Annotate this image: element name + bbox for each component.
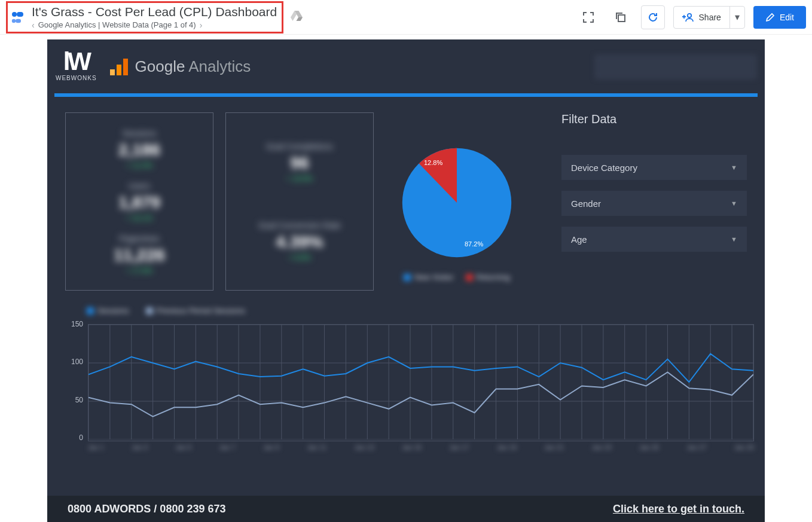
filter-select[interactable]: Device Category▼ (561, 155, 747, 180)
svg-rect-9 (110, 69, 115, 75)
x-tick: Jan 3 (132, 444, 148, 456)
filter-select[interactable]: Age▼ (561, 227, 747, 252)
filter-select[interactable]: Gender▼ (561, 191, 747, 216)
pie-svg (400, 146, 514, 260)
kpi-card-left: Sessions2,186+ 12.4%Users1,879+ 10.1%Pag… (65, 112, 213, 291)
edit-label: Edit (780, 13, 794, 22)
ga-icon (109, 56, 129, 77)
svg-rect-7 (618, 15, 625, 22)
fullscreen-icon[interactable] (576, 5, 600, 29)
x-tick: Jan 17 (450, 444, 469, 456)
share-dropdown[interactable]: ▾ (729, 7, 744, 28)
x-tick: Jan 13 (355, 444, 374, 456)
svg-rect-1 (17, 12, 23, 17)
x-tick: Jan 19 (497, 444, 517, 456)
svg-point-8 (687, 13, 691, 17)
kpi-item: Goal Conversion Rate4.39%+ 6.6% (258, 221, 341, 262)
title-block: It's Grass - Cost Per Lead (CPL) Dashboa… (6, 1, 283, 33)
kpi-item: Goal Completions96+ 19.9% (266, 142, 332, 183)
chevron-right-icon[interactable]: › (200, 20, 203, 30)
kpi-item: Sessions2,186+ 12.4% (118, 129, 160, 170)
x-tick: Jan 9 (263, 444, 279, 456)
chevron-left-icon[interactable]: ‹ (32, 20, 35, 30)
footer-phone: 0800 ADWORDS / 0800 239 673 (68, 503, 225, 515)
share-button[interactable]: Share (674, 13, 729, 22)
drive-icon[interactable] (291, 11, 303, 24)
x-tick: Jan 29 (734, 444, 754, 456)
y-tick: 0 (79, 434, 83, 442)
copy-icon[interactable] (609, 5, 633, 29)
share-button-group: Share ▾ (673, 6, 745, 29)
filter-title: Filter Data (561, 112, 747, 126)
x-tick: Jan 27 (687, 444, 707, 456)
pie-legend: New VisitorReturning (404, 273, 510, 282)
footer-contact-link[interactable]: Click here to get in touch. (613, 503, 744, 515)
x-tick: Jan 11 (307, 444, 326, 456)
app-toolbar: It's Grass - Cost Per Lead (CPL) Dashboa… (0, 0, 812, 35)
webwonks-logo: lW WEBWONKS (56, 51, 97, 82)
svg-rect-11 (123, 59, 128, 75)
svg-rect-10 (117, 65, 121, 75)
canvas: lW WEBWONKS Google Analytics Sessions2,1… (0, 35, 812, 522)
svg-rect-3 (16, 19, 21, 22)
date-range-control[interactable] (595, 55, 756, 79)
x-tick: Jan 7 (219, 444, 236, 456)
x-tick: Jan 5 (176, 444, 192, 456)
line-plot (88, 324, 754, 441)
y-tick: 150 (71, 320, 83, 328)
person-add-icon (682, 13, 694, 22)
svg-marker-5 (297, 17, 303, 21)
report-header: lW WEBWONKS Google Analytics (47, 39, 765, 93)
report-footer: 0800 ADWORDS / 0800 239 673 Click here t… (47, 496, 765, 522)
svg-point-2 (12, 19, 16, 22)
pie-label-large: 87.2% (465, 240, 483, 248)
filter-panel: Filter Data Device Category▼Gender▼Age▼ (561, 112, 747, 291)
x-tick: Jan 1 (88, 444, 104, 456)
y-tick: 50 (75, 396, 83, 404)
kpi-item: Pageviews11,226+ 17.8% (114, 234, 165, 275)
svg-point-0 (12, 12, 17, 17)
google-analytics-logo: Google Analytics (109, 56, 251, 77)
refresh-icon[interactable] (641, 5, 665, 29)
y-tick: 100 (71, 358, 83, 366)
line-legend: SessionsPrevious Period Sessions (87, 306, 245, 315)
pie-label-small: 12.8% (424, 159, 442, 166)
line-chart: SessionsPrevious Period Sessions 1501005… (65, 324, 754, 456)
x-tick: Jan 25 (639, 444, 659, 456)
breadcrumb-text: Google Analytics | Website Data (Page 1 … (38, 20, 196, 29)
datastudio-logo-icon (10, 10, 26, 25)
pencil-icon (765, 13, 775, 22)
x-tick: Jan 15 (402, 444, 422, 456)
report-page: lW WEBWONKS Google Analytics Sessions2,1… (47, 39, 765, 522)
x-tick: Jan 21 (544, 444, 564, 456)
kpi-card-right: Goal Completions96+ 19.9%Goal Conversion… (225, 112, 374, 291)
share-label: Share (699, 13, 721, 22)
report-title[interactable]: It's Grass - Cost Per Lead (CPL) Dashboa… (32, 5, 277, 19)
pie-chart: 12.8% 87.2% New VisitorReturning (388, 112, 526, 291)
x-tick: Jan 23 (592, 444, 612, 456)
edit-button[interactable]: Edit (753, 6, 806, 29)
kpi-column: Sessions2,186+ 12.4%Users1,879+ 10.1%Pag… (65, 112, 374, 291)
breadcrumb[interactable]: ‹ Google Analytics | Website Data (Page … (32, 20, 277, 30)
kpi-item: Users1,879+ 10.1% (118, 181, 160, 222)
